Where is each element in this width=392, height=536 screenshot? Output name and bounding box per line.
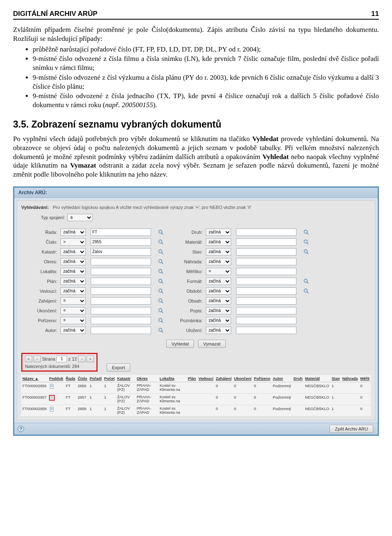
- operator-select[interactable]: začíná: [60, 268, 86, 275]
- operator-select[interactable]: =: [60, 307, 86, 314]
- value-input[interactable]: [236, 307, 296, 314]
- value-input[interactable]: [236, 297, 296, 305]
- cell: 2957: [76, 393, 88, 405]
- value-input[interactable]: [236, 327, 296, 334]
- column-header[interactable]: Vedoucí: [197, 375, 214, 382]
- search-icon[interactable]: [158, 317, 164, 324]
- document-icon[interactable]: [49, 395, 55, 401]
- search-icon[interactable]: [158, 278, 164, 285]
- search-icon[interactable]: [158, 258, 164, 265]
- search-icon[interactable]: [158, 298, 164, 304]
- column-header[interactable]: Počet: [103, 375, 116, 382]
- operator-select[interactable]: začíná: [60, 258, 86, 265]
- search-icon[interactable]: [303, 288, 310, 294]
- operator-select[interactable]: =: [206, 268, 231, 275]
- column-header[interactable]: Materiál: [304, 375, 330, 382]
- value-input[interactable]: [91, 229, 151, 236]
- page-input[interactable]: [56, 356, 67, 362]
- column-header[interactable]: Druh: [292, 375, 304, 382]
- column-header[interactable]: Lokalita: [158, 375, 187, 382]
- operator-select[interactable]: začíná: [206, 327, 231, 334]
- operator-select[interactable]: začíná: [206, 258, 231, 265]
- operator-select[interactable]: začíná: [206, 278, 231, 285]
- help-icon[interactable]: ?: [18, 426, 24, 432]
- column-header[interactable]: Poddok: [48, 375, 65, 382]
- table-row[interactable]: FT000002958FT295811ŽALOV (PZ)PRAHA-ZÁPAD…: [21, 405, 371, 416]
- operator-select[interactable]: =: [60, 297, 86, 305]
- column-header[interactable]: Náhrada: [341, 375, 359, 382]
- vyhledat-button[interactable]: Vyhledat: [166, 340, 194, 348]
- column-header[interactable]: Autor: [272, 375, 292, 382]
- column-header[interactable]: Zahájení: [215, 375, 233, 382]
- column-header[interactable]: Okres: [136, 375, 158, 382]
- document-icon[interactable]: [49, 383, 55, 389]
- value-input[interactable]: [236, 317, 296, 324]
- value-input[interactable]: [91, 297, 151, 305]
- operator-select[interactable]: začíná: [60, 287, 86, 295]
- value-input[interactable]: [91, 327, 151, 334]
- search-icon[interactable]: [158, 288, 164, 294]
- table-row[interactable]: FT000002957FT295711ŽALOV (PZ)PRAHA-ZÁPAD…: [21, 393, 371, 405]
- search-icon[interactable]: [158, 268, 164, 275]
- operator-select[interactable]: začíná: [206, 238, 231, 246]
- value-input[interactable]: [91, 258, 151, 265]
- value-input[interactable]: [91, 238, 151, 246]
- operator-select[interactable]: začíná: [60, 229, 86, 236]
- value-input[interactable]: [236, 278, 296, 285]
- column-header[interactable]: Název ▲: [21, 375, 48, 382]
- typ-spojeni-select[interactable]: a: [67, 214, 93, 221]
- value-input[interactable]: [91, 287, 151, 295]
- operator-select[interactable]: začíná: [206, 229, 231, 236]
- search-icon[interactable]: [158, 239, 164, 245]
- operator-select[interactable]: začíná: [206, 248, 231, 256]
- search-icon[interactable]: [303, 249, 310, 255]
- next-page-button[interactable]: ›: [78, 356, 85, 362]
- operator-select[interactable]: začíná: [206, 287, 231, 295]
- column-header[interactable]: Plán: [187, 375, 197, 382]
- search-icon[interactable]: [158, 249, 164, 255]
- operator-select[interactable]: začíná: [206, 317, 231, 324]
- column-header[interactable]: Číslo: [76, 375, 88, 382]
- operator-select[interactable]: začíná: [60, 248, 86, 256]
- operator-select[interactable]: začíná: [60, 327, 86, 334]
- value-input[interactable]: [91, 248, 151, 256]
- prev-page-button[interactable]: ‹: [33, 356, 41, 362]
- value-input[interactable]: [91, 307, 151, 314]
- operator-select[interactable]: =: [60, 317, 86, 324]
- column-header[interactable]: Pořadí: [88, 375, 103, 382]
- value-input[interactable]: [91, 317, 151, 324]
- search-icon[interactable]: [303, 239, 310, 245]
- value-input[interactable]: [236, 287, 296, 295]
- document-icon[interactable]: [49, 406, 55, 412]
- search-icon[interactable]: [303, 278, 310, 285]
- column-header[interactable]: Řada: [65, 375, 76, 382]
- export-button[interactable]: Export: [107, 363, 130, 372]
- search-icon[interactable]: [158, 229, 164, 235]
- cell: ŽALOV (PZ): [116, 393, 136, 405]
- column-header[interactable]: Katastr: [116, 375, 136, 382]
- search-icon[interactable]: [158, 307, 164, 314]
- value-input[interactable]: [91, 278, 151, 285]
- search-icon[interactable]: [303, 229, 310, 235]
- operator-select[interactable]: začíná: [60, 278, 86, 285]
- first-page-button[interactable]: «: [25, 356, 32, 362]
- column-header[interactable]: Ukončení: [233, 375, 253, 382]
- column-header[interactable]: Měřít: [359, 375, 371, 382]
- column-header[interactable]: Stav: [330, 375, 341, 382]
- back-button[interactable]: Zpět Archiv ARU: [330, 425, 373, 433]
- value-input[interactable]: [236, 258, 296, 265]
- operator-select[interactable]: začíná: [206, 297, 231, 305]
- last-page-button[interactable]: »: [87, 356, 94, 362]
- column-header[interactable]: Pořízeno: [253, 375, 272, 382]
- search-icon[interactable]: [158, 327, 164, 334]
- value-input[interactable]: [236, 229, 296, 236]
- cell: 1: [103, 393, 116, 405]
- value-input[interactable]: [236, 238, 296, 246]
- vymazat-button[interactable]: Vymazat: [198, 340, 226, 348]
- value-input[interactable]: [91, 268, 151, 275]
- table-row[interactable]: FT000002956FT295611ŽALOV (PZ)PRAHA-ZÁPAD…: [21, 382, 371, 393]
- value-input[interactable]: [236, 268, 296, 275]
- operator-select[interactable]: >: [60, 238, 86, 246]
- operator-select[interactable]: začíná: [206, 307, 231, 314]
- value-input[interactable]: [236, 248, 296, 256]
